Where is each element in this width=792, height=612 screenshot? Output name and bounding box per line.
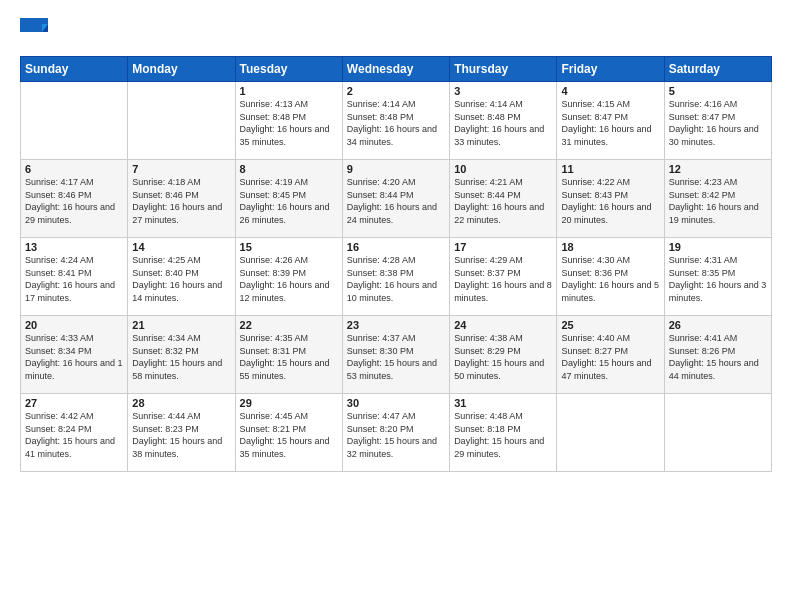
day-info: Sunrise: 4:26 AM Sunset: 8:39 PM Dayligh…: [240, 254, 338, 304]
day-info: Sunrise: 4:41 AM Sunset: 8:26 PM Dayligh…: [669, 332, 767, 382]
day-info: Sunrise: 4:37 AM Sunset: 8:30 PM Dayligh…: [347, 332, 445, 382]
day-info: Sunrise: 4:19 AM Sunset: 8:45 PM Dayligh…: [240, 176, 338, 226]
day-number: 3: [454, 85, 552, 97]
calendar-cell: 19Sunrise: 4:31 AM Sunset: 8:35 PM Dayli…: [664, 238, 771, 316]
day-number: 21: [132, 319, 230, 331]
day-number: 22: [240, 319, 338, 331]
calendar-cell: 15Sunrise: 4:26 AM Sunset: 8:39 PM Dayli…: [235, 238, 342, 316]
day-info: Sunrise: 4:22 AM Sunset: 8:43 PM Dayligh…: [561, 176, 659, 226]
calendar-cell: [664, 394, 771, 472]
day-number: 1: [240, 85, 338, 97]
calendar-cell: 20Sunrise: 4:33 AM Sunset: 8:34 PM Dayli…: [21, 316, 128, 394]
day-number: 2: [347, 85, 445, 97]
day-number: 24: [454, 319, 552, 331]
calendar-week-row: 13Sunrise: 4:24 AM Sunset: 8:41 PM Dayli…: [21, 238, 772, 316]
calendar-cell: 29Sunrise: 4:45 AM Sunset: 8:21 PM Dayli…: [235, 394, 342, 472]
day-info: Sunrise: 4:47 AM Sunset: 8:20 PM Dayligh…: [347, 410, 445, 460]
day-number: 16: [347, 241, 445, 253]
weekday-header: Wednesday: [342, 57, 449, 82]
day-number: 23: [347, 319, 445, 331]
calendar-cell: 30Sunrise: 4:47 AM Sunset: 8:20 PM Dayli…: [342, 394, 449, 472]
day-number: 9: [347, 163, 445, 175]
weekday-header: Monday: [128, 57, 235, 82]
day-number: 29: [240, 397, 338, 409]
calendar-cell: 27Sunrise: 4:42 AM Sunset: 8:24 PM Dayli…: [21, 394, 128, 472]
calendar-cell: 31Sunrise: 4:48 AM Sunset: 8:18 PM Dayli…: [450, 394, 557, 472]
logo-icon: [20, 18, 48, 46]
day-info: Sunrise: 4:42 AM Sunset: 8:24 PM Dayligh…: [25, 410, 123, 460]
day-number: 11: [561, 163, 659, 175]
calendar-week-row: 20Sunrise: 4:33 AM Sunset: 8:34 PM Dayli…: [21, 316, 772, 394]
day-info: Sunrise: 4:16 AM Sunset: 8:47 PM Dayligh…: [669, 98, 767, 148]
day-info: Sunrise: 4:29 AM Sunset: 8:37 PM Dayligh…: [454, 254, 552, 304]
calendar-cell: 17Sunrise: 4:29 AM Sunset: 8:37 PM Dayli…: [450, 238, 557, 316]
day-number: 6: [25, 163, 123, 175]
day-info: Sunrise: 4:33 AM Sunset: 8:34 PM Dayligh…: [25, 332, 123, 382]
calendar-header-row: SundayMondayTuesdayWednesdayThursdayFrid…: [21, 57, 772, 82]
day-number: 10: [454, 163, 552, 175]
day-info: Sunrise: 4:38 AM Sunset: 8:29 PM Dayligh…: [454, 332, 552, 382]
day-number: 17: [454, 241, 552, 253]
weekday-header: Saturday: [664, 57, 771, 82]
day-info: Sunrise: 4:31 AM Sunset: 8:35 PM Dayligh…: [669, 254, 767, 304]
day-info: Sunrise: 4:34 AM Sunset: 8:32 PM Dayligh…: [132, 332, 230, 382]
calendar-cell: 16Sunrise: 4:28 AM Sunset: 8:38 PM Dayli…: [342, 238, 449, 316]
day-number: 31: [454, 397, 552, 409]
day-info: Sunrise: 4:28 AM Sunset: 8:38 PM Dayligh…: [347, 254, 445, 304]
calendar-cell: 4Sunrise: 4:15 AM Sunset: 8:47 PM Daylig…: [557, 82, 664, 160]
calendar-cell: 22Sunrise: 4:35 AM Sunset: 8:31 PM Dayli…: [235, 316, 342, 394]
day-info: Sunrise: 4:30 AM Sunset: 8:36 PM Dayligh…: [561, 254, 659, 304]
calendar-cell: 6Sunrise: 4:17 AM Sunset: 8:46 PM Daylig…: [21, 160, 128, 238]
calendar-cell: 7Sunrise: 4:18 AM Sunset: 8:46 PM Daylig…: [128, 160, 235, 238]
weekday-header: Friday: [557, 57, 664, 82]
page: SundayMondayTuesdayWednesdayThursdayFrid…: [0, 0, 792, 612]
day-info: Sunrise: 4:20 AM Sunset: 8:44 PM Dayligh…: [347, 176, 445, 226]
day-number: 30: [347, 397, 445, 409]
calendar-week-row: 27Sunrise: 4:42 AM Sunset: 8:24 PM Dayli…: [21, 394, 772, 472]
header: [20, 18, 772, 46]
calendar-cell: 26Sunrise: 4:41 AM Sunset: 8:26 PM Dayli…: [664, 316, 771, 394]
calendar-cell: 1Sunrise: 4:13 AM Sunset: 8:48 PM Daylig…: [235, 82, 342, 160]
day-number: 12: [669, 163, 767, 175]
calendar-cell: 18Sunrise: 4:30 AM Sunset: 8:36 PM Dayli…: [557, 238, 664, 316]
day-number: 13: [25, 241, 123, 253]
calendar-cell: 9Sunrise: 4:20 AM Sunset: 8:44 PM Daylig…: [342, 160, 449, 238]
calendar-cell: 11Sunrise: 4:22 AM Sunset: 8:43 PM Dayli…: [557, 160, 664, 238]
day-number: 20: [25, 319, 123, 331]
day-info: Sunrise: 4:14 AM Sunset: 8:48 PM Dayligh…: [454, 98, 552, 148]
day-info: Sunrise: 4:21 AM Sunset: 8:44 PM Dayligh…: [454, 176, 552, 226]
day-number: 26: [669, 319, 767, 331]
calendar-cell: 8Sunrise: 4:19 AM Sunset: 8:45 PM Daylig…: [235, 160, 342, 238]
day-number: 5: [669, 85, 767, 97]
calendar-cell: 10Sunrise: 4:21 AM Sunset: 8:44 PM Dayli…: [450, 160, 557, 238]
day-info: Sunrise: 4:44 AM Sunset: 8:23 PM Dayligh…: [132, 410, 230, 460]
day-number: 15: [240, 241, 338, 253]
calendar-week-row: 1Sunrise: 4:13 AM Sunset: 8:48 PM Daylig…: [21, 82, 772, 160]
calendar-cell: 12Sunrise: 4:23 AM Sunset: 8:42 PM Dayli…: [664, 160, 771, 238]
svg-rect-1: [20, 32, 48, 46]
calendar-cell: 5Sunrise: 4:16 AM Sunset: 8:47 PM Daylig…: [664, 82, 771, 160]
calendar-cell: [557, 394, 664, 472]
day-number: 8: [240, 163, 338, 175]
day-info: Sunrise: 4:13 AM Sunset: 8:48 PM Dayligh…: [240, 98, 338, 148]
calendar-cell: 25Sunrise: 4:40 AM Sunset: 8:27 PM Dayli…: [557, 316, 664, 394]
day-info: Sunrise: 4:17 AM Sunset: 8:46 PM Dayligh…: [25, 176, 123, 226]
day-number: 18: [561, 241, 659, 253]
calendar-cell: 3Sunrise: 4:14 AM Sunset: 8:48 PM Daylig…: [450, 82, 557, 160]
day-info: Sunrise: 4:25 AM Sunset: 8:40 PM Dayligh…: [132, 254, 230, 304]
day-number: 19: [669, 241, 767, 253]
weekday-header: Thursday: [450, 57, 557, 82]
calendar-week-row: 6Sunrise: 4:17 AM Sunset: 8:46 PM Daylig…: [21, 160, 772, 238]
calendar-cell: 21Sunrise: 4:34 AM Sunset: 8:32 PM Dayli…: [128, 316, 235, 394]
weekday-header: Tuesday: [235, 57, 342, 82]
calendar-cell: 28Sunrise: 4:44 AM Sunset: 8:23 PM Dayli…: [128, 394, 235, 472]
calendar-cell: 23Sunrise: 4:37 AM Sunset: 8:30 PM Dayli…: [342, 316, 449, 394]
day-info: Sunrise: 4:14 AM Sunset: 8:48 PM Dayligh…: [347, 98, 445, 148]
calendar-cell: 24Sunrise: 4:38 AM Sunset: 8:29 PM Dayli…: [450, 316, 557, 394]
day-info: Sunrise: 4:18 AM Sunset: 8:46 PM Dayligh…: [132, 176, 230, 226]
day-number: 4: [561, 85, 659, 97]
calendar-body: 1Sunrise: 4:13 AM Sunset: 8:48 PM Daylig…: [21, 82, 772, 472]
weekday-header: Sunday: [21, 57, 128, 82]
day-info: Sunrise: 4:45 AM Sunset: 8:21 PM Dayligh…: [240, 410, 338, 460]
day-info: Sunrise: 4:40 AM Sunset: 8:27 PM Dayligh…: [561, 332, 659, 382]
